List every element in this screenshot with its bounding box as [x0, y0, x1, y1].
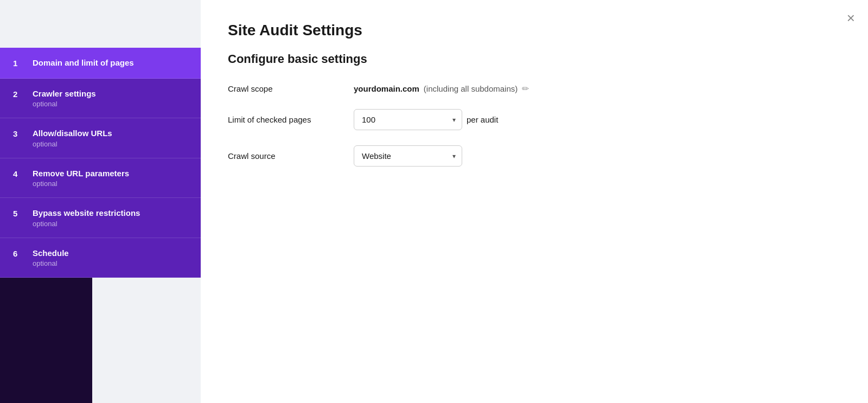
step-number-5: 5 [13, 209, 26, 218]
step-number-2: 2 [13, 89, 26, 99]
step-number-4: 4 [13, 169, 26, 178]
crawl-source-label: Crawl source [228, 151, 336, 161]
limit-pages-select[interactable]: 1005001000500010000 [354, 109, 462, 130]
step-text-2: Crawler settings optional [33, 88, 96, 108]
step-name-3: Allow/disallow URLs [33, 128, 112, 139]
step-item-2[interactable]: 2 Crawler settings optional [0, 79, 201, 119]
step-optional-3: optional [33, 140, 112, 148]
edit-domain-icon[interactable]: ✏ [522, 84, 529, 94]
limit-pages-label: Limit of checked pages [228, 115, 336, 124]
step-text-6: Schedule optional [33, 248, 69, 268]
subdomain-note: (including all subdomains) [424, 84, 518, 93]
crawl-scope-value: yourdomain.com (including all subdomains… [354, 84, 529, 94]
step-optional-4: optional [33, 180, 129, 188]
crawl-scope-label: Crawl scope [228, 84, 336, 93]
step-number-1: 1 [13, 59, 26, 68]
step-text-3: Allow/disallow URLs optional [33, 128, 112, 148]
step-optional-5: optional [33, 220, 140, 228]
modal-title: Site Audit Settings [228, 22, 841, 39]
step-name-6: Schedule [33, 248, 69, 259]
limit-pages-value: 1005001000500010000 ▾ per audit [354, 109, 498, 130]
domain-name: yourdomain.com [354, 84, 419, 93]
limit-select-wrapper: 1005001000500010000 ▾ [354, 109, 462, 130]
modal-panel: × Site Audit Settings Configure basic se… [201, 0, 868, 403]
step-number-3: 3 [13, 129, 26, 138]
step-text-1: Domain and limit of pages [33, 57, 134, 68]
crawl-source-select-wrapper: WebsiteSitemapManual list ▾ [354, 145, 462, 167]
step-item-1[interactable]: 1 Domain and limit of pages [0, 48, 201, 79]
modal-content: Site Audit Settings Configure basic sett… [201, 0, 868, 203]
step-optional-2: optional [33, 100, 96, 108]
steps-list: 1 Domain and limit of pages 2 Crawler se… [0, 48, 201, 403]
step-number-6: 6 [13, 249, 26, 258]
step-item-6[interactable]: 6 Schedule optional [0, 238, 201, 278]
per-audit-text: per audit [467, 115, 498, 124]
nav-top-space [0, 0, 201, 48]
crawl-scope-row: Crawl scope yourdomain.com (including al… [228, 84, 841, 94]
limit-pages-row: Limit of checked pages 10050010005000100… [228, 109, 841, 130]
step-name-5: Bypass website restrictions [33, 208, 140, 219]
step-item-4[interactable]: 4 Remove URL parameters optional [0, 158, 201, 199]
section-title: Configure basic settings [228, 52, 841, 66]
crawl-source-value: WebsiteSitemapManual list ▾ [354, 145, 462, 167]
crawl-source-select[interactable]: WebsiteSitemapManual list [354, 145, 462, 167]
step-optional-6: optional [33, 259, 69, 267]
step-text-4: Remove URL parameters optional [33, 168, 129, 188]
step-name-1: Domain and limit of pages [33, 57, 134, 68]
step-item-5[interactable]: 5 Bypass website restrictions optional [0, 198, 201, 238]
step-item-3[interactable]: 3 Allow/disallow URLs optional [0, 118, 201, 158]
step-name-2: Crawler settings [33, 88, 96, 99]
crawl-source-row: Crawl source WebsiteSitemapManual list ▾ [228, 145, 841, 167]
steps-navigation: 1 Domain and limit of pages 2 Crawler se… [0, 0, 201, 403]
step-name-4: Remove URL parameters [33, 168, 129, 179]
step-text-5: Bypass website restrictions optional [33, 208, 140, 228]
